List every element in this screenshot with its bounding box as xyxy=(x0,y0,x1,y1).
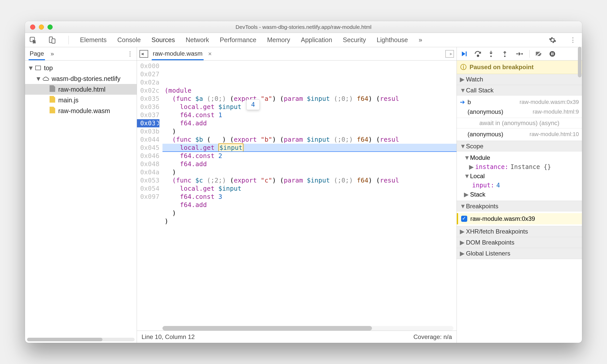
minimize-window-icon[interactable] xyxy=(39,25,44,30)
breakpoint-row[interactable]: raw-module.wasm:0x39 xyxy=(457,213,582,224)
watch-section-header[interactable]: ▶ Watch xyxy=(457,74,582,85)
editor-tab[interactable]: raw-module.wasm xyxy=(152,47,204,60)
xhr-breakpoints-header[interactable]: ▶XHR/fetch Breakpoints xyxy=(457,226,582,237)
file-raw-module-html[interactable]: raw-module.html xyxy=(25,84,137,95)
scope-module[interactable]: ▼Module xyxy=(457,153,582,162)
navigator-overflow-icon[interactable]: » xyxy=(51,50,54,57)
disclosure-triangle-icon[interactable]: ▼ xyxy=(28,64,32,72)
tab-security[interactable]: Security xyxy=(342,36,367,44)
breakpoint-checkbox[interactable] xyxy=(461,216,467,222)
horizontal-scrollbar[interactable] xyxy=(27,338,135,341)
code-area[interactable]: (module (func $a (;0;) (export "a") (par… xyxy=(162,60,457,326)
code-line[interactable]: f64.add xyxy=(162,119,457,127)
gutter-line[interactable]: 0x045 xyxy=(137,144,159,152)
tabs-overflow-icon[interactable]: » xyxy=(418,36,423,44)
gutter-line[interactable]: 0x054 xyxy=(137,185,159,193)
gutter-line[interactable]: 0x039 xyxy=(137,119,159,127)
gutter-line[interactable]: 0x000 xyxy=(137,62,159,70)
tab-lighthouse[interactable]: Lighthouse xyxy=(376,36,409,44)
code-line[interactable]: f64.const 3 xyxy=(162,193,457,201)
tab-network[interactable]: Network xyxy=(185,36,210,44)
svg-rect-3 xyxy=(466,51,467,56)
code-line[interactable]: ) xyxy=(162,127,457,136)
gutter-line[interactable]: 0x03b xyxy=(137,127,159,136)
gutter-line[interactable]: 0x04a xyxy=(137,168,159,176)
tab-elements[interactable]: Elements xyxy=(79,36,108,44)
disclosure-triangle-icon[interactable]: ▼ xyxy=(35,75,40,82)
code-line[interactable]: f64.add xyxy=(162,201,457,209)
tab-application[interactable]: Application xyxy=(300,36,333,44)
gutter-line[interactable]: 0x053 xyxy=(137,176,159,185)
callstack-frame[interactable]: ➔braw-module.wasm:0x39 xyxy=(457,97,582,107)
file-raw-module-wasm[interactable]: raw-module.wasm xyxy=(25,105,137,116)
callstack-async-divider: await in (anonymous) (async) xyxy=(457,118,582,128)
inspect-icon[interactable] xyxy=(29,36,39,44)
code-line[interactable]: ) xyxy=(162,168,457,176)
code-line[interactable]: (func $b ( ) (export "b") (param $input … xyxy=(162,136,457,144)
scope-local-input[interactable]: input: 4 xyxy=(457,181,582,190)
scope-instance[interactable]: ▶ instance: Instance {} xyxy=(457,162,582,172)
gutter-line[interactable]: 0x027 xyxy=(137,70,159,78)
gutter-line[interactable]: 0x035 xyxy=(137,95,159,103)
gutter-line[interactable]: 0x02c xyxy=(137,87,159,95)
code-line[interactable]: local.get $input xyxy=(162,144,457,152)
code-line[interactable]: ) xyxy=(162,209,457,217)
show-navigator-icon[interactable] xyxy=(139,50,148,58)
step-over-icon[interactable] xyxy=(474,51,482,57)
gutter-line[interactable]: 0x046 xyxy=(137,152,159,160)
global-listeners-header[interactable]: ▶Global Listeners xyxy=(457,248,582,259)
code-line[interactable]: f64.const 2 xyxy=(162,152,457,160)
step-into-icon[interactable] xyxy=(488,50,496,57)
gutter[interactable]: 0x0000x0270x02a0x02c0x0350x0360x0370x039… xyxy=(137,60,162,326)
file-main-js[interactable]: main.js xyxy=(25,95,137,105)
code-line[interactable]: f64.const 1 xyxy=(162,111,457,119)
tree-domain[interactable]: ▼ wasm-dbg-stories.netlify xyxy=(25,73,137,84)
callstack-section-header[interactable]: ▼ Call Stack xyxy=(457,85,582,96)
navigator-more-icon[interactable]: ⋮ xyxy=(127,50,133,57)
vertical-scrollbar[interactable] xyxy=(578,47,581,340)
tab-console[interactable]: Console xyxy=(116,36,142,44)
callstack-frame[interactable]: (anonymous)raw-module.html:9 xyxy=(457,107,582,117)
deactivate-breakpoints-icon[interactable] xyxy=(535,51,543,57)
page-tab[interactable]: Page xyxy=(29,47,45,60)
callstack-frame[interactable]: (anonymous)raw-module.html:10 xyxy=(457,129,582,139)
more-icon[interactable]: ⋮ xyxy=(568,36,578,44)
dom-breakpoints-header[interactable]: ▶DOM Breakpoints xyxy=(457,237,582,248)
gutter-line[interactable]: 0x02a xyxy=(137,78,159,87)
gutter-line[interactable]: 0x036 xyxy=(137,103,159,111)
breakpoints-section-header[interactable]: ▼ Breakpoints xyxy=(457,201,582,212)
step-out-icon[interactable] xyxy=(502,50,510,57)
scope-section-header[interactable]: ▼ Scope xyxy=(457,141,582,152)
tree-top[interactable]: ▼ top xyxy=(25,63,137,73)
editor-horizontal-scrollbar[interactable] xyxy=(162,326,453,331)
gutter-line[interactable]: 0x048 xyxy=(137,160,159,168)
tab-performance[interactable]: Performance xyxy=(219,36,257,44)
coverage-status: Coverage: n/a xyxy=(413,333,452,341)
code-editor[interactable]: 0x0000x0270x02a0x02c0x0350x0360x0370x039… xyxy=(137,60,457,326)
settings-icon[interactable] xyxy=(549,36,559,44)
device-toolbar-icon[interactable] xyxy=(48,36,58,44)
scope-stack[interactable]: ▶Stack xyxy=(457,190,582,199)
disclosure-triangle-icon: ▼ xyxy=(460,143,464,150)
code-line[interactable]: ) xyxy=(162,217,457,225)
code-line[interactable]: local.get $input xyxy=(162,185,457,193)
step-icon[interactable] xyxy=(516,51,524,57)
resume-icon[interactable] xyxy=(460,50,469,57)
code-line[interactable]: (func $c (;2;) (export "c") (param $inpu… xyxy=(162,176,457,185)
gutter-line[interactable]: 0x097 xyxy=(137,193,159,201)
gutter-line[interactable]: 0x037 xyxy=(137,111,159,119)
close-tab-icon[interactable]: × xyxy=(208,50,212,57)
pause-exceptions-icon[interactable] xyxy=(549,51,557,57)
tab-memory[interactable]: Memory xyxy=(266,36,291,44)
code-line[interactable]: f64.add xyxy=(162,160,457,168)
code-line[interactable]: local.get $input xyxy=(162,103,457,111)
code-line[interactable]: (func $a (;0;) (export "a") (param $inpu… xyxy=(162,95,457,103)
tab-sources[interactable]: Sources xyxy=(150,36,176,44)
gutter-line[interactable]: 0x044 xyxy=(137,136,159,144)
code-line[interactable]: (module xyxy=(162,87,457,95)
show-debugger-icon[interactable] xyxy=(445,50,454,58)
zoom-window-icon[interactable] xyxy=(48,25,53,30)
scope-local[interactable]: ▼Local xyxy=(457,172,582,181)
titlebar: DevTools - wasm-dbg-stories.netlify.app/… xyxy=(25,21,582,33)
close-window-icon[interactable] xyxy=(30,25,35,30)
